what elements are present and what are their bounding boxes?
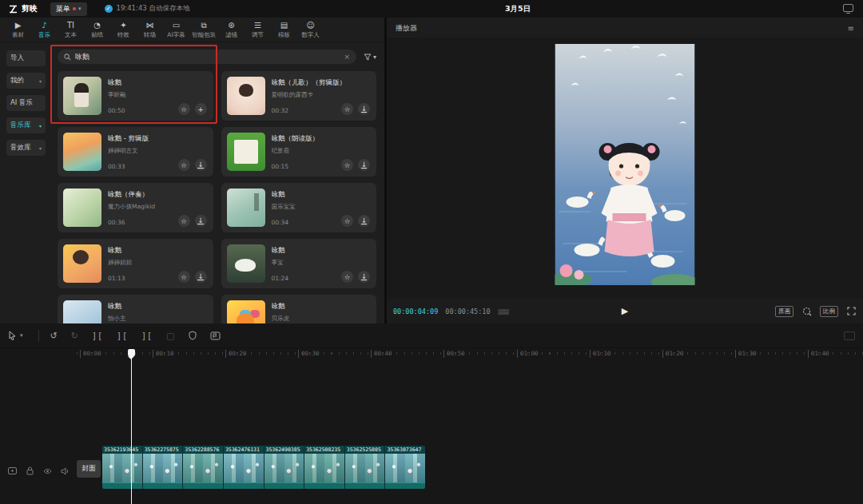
total-timecode: 00:00:45:10 bbox=[445, 308, 490, 315]
playhead[interactable] bbox=[131, 349, 132, 504]
select-cursor-button[interactable]: ▾ bbox=[8, 331, 23, 340]
play-button[interactable]: ▶ bbox=[622, 306, 628, 316]
clip-footer bbox=[183, 482, 223, 489]
music-artist: 婷婷唱古文 bbox=[108, 147, 208, 155]
video-clip[interactable]: 35362490385 bbox=[264, 446, 305, 489]
menu-button[interactable]: 菜单 ▾ bbox=[50, 2, 87, 16]
tab-sticker[interactable]: ◔ 贴纸 bbox=[84, 20, 110, 39]
original-quality-button[interactable]: 原画 bbox=[775, 306, 793, 317]
marker-button[interactable] bbox=[210, 331, 221, 340]
sidebar-item-import[interactable]: 导入 bbox=[6, 50, 46, 66]
video-frame bbox=[555, 44, 695, 285]
music-artist: 纪曼霞 bbox=[272, 147, 372, 155]
download-icon[interactable]: ↓ bbox=[358, 159, 370, 171]
playhead-handle[interactable] bbox=[128, 349, 135, 356]
eye-icon[interactable] bbox=[43, 466, 52, 475]
main-track-toggle-icon[interactable] bbox=[8, 466, 17, 475]
ruler-label: 00:30 bbox=[298, 350, 320, 358]
music-card[interactable]: 咏鹅 李宝 01:24 ☆ ↓ bbox=[221, 239, 377, 288]
timeline-settings-icon[interactable] bbox=[844, 331, 855, 340]
sidebar-item-music-library[interactable]: 音乐库 ▾ bbox=[6, 117, 46, 133]
sidebar-item-ai-music[interactable]: AI 音乐 bbox=[6, 95, 46, 111]
preview-zoom-icon[interactable] bbox=[801, 306, 812, 316]
music-card[interactable]: 咏鹅 婷婷姐姐 01:13 ☆ ↓ bbox=[58, 239, 213, 288]
video-clip[interactable]: 35363073647 bbox=[385, 446, 425, 489]
video-clip[interactable]: 35362193645 bbox=[102, 446, 143, 489]
app-logo-text: 剪映 bbox=[22, 3, 38, 14]
project-date: 3月5日 bbox=[505, 4, 531, 14]
favorite-star-icon[interactable]: ☆ bbox=[178, 271, 190, 283]
undo-button[interactable]: ↺ bbox=[50, 331, 58, 341]
download-icon[interactable]: ↓ bbox=[195, 159, 207, 171]
favorite-star-icon[interactable]: ☆ bbox=[178, 103, 190, 115]
trim-right-icon[interactable]: ][ bbox=[141, 331, 153, 340]
chevron-down-icon: ▾ bbox=[39, 78, 42, 84]
tab-effects[interactable]: ✦ 特效 bbox=[110, 20, 137, 39]
tab-smart-packaging[interactable]: ⧉ 智能包装 bbox=[189, 20, 218, 39]
tab-digital-human[interactable]: ☺ 数字人 bbox=[297, 20, 324, 39]
video-preview[interactable] bbox=[555, 44, 695, 285]
tab-transition[interactable]: ⋈ 转场 bbox=[137, 20, 163, 39]
cover-button[interactable]: 封面 bbox=[77, 460, 101, 478]
tab-ai-subtitle[interactable]: ▭ AI字幕 bbox=[163, 20, 189, 39]
lock-icon[interactable] bbox=[26, 466, 34, 475]
fullscreen-icon[interactable] bbox=[846, 306, 857, 316]
music-card[interactable]: 咏鹅（儿歌）（剪辑版） 爱唱歌的露西卡 00:32 ☆ ↓ bbox=[221, 71, 377, 121]
video-clip[interactable]: 35362476131 bbox=[224, 446, 264, 489]
video-clip[interactable]: 35362275875 bbox=[143, 446, 184, 489]
music-card[interactable]: 咏鹅 国乐宝宝 00:34 ☆ ↓ bbox=[221, 183, 377, 232]
download-icon[interactable]: ↓ bbox=[195, 215, 207, 227]
favorite-star-icon[interactable]: ☆ bbox=[341, 271, 353, 283]
download-icon[interactable]: ↓ bbox=[358, 215, 370, 227]
trim-left-icon[interactable]: ][ bbox=[117, 331, 128, 340]
clip-thumbnails bbox=[385, 454, 425, 482]
display-icon[interactable] bbox=[843, 4, 853, 12]
music-card[interactable]: 咏鹅（伴奏） 魔力小孩Magikid 00:36 ☆ ↓ bbox=[58, 183, 213, 232]
favorite-star-icon[interactable]: ☆ bbox=[341, 103, 353, 115]
video-clip[interactable]: 35362288576 bbox=[183, 446, 224, 489]
music-duration: 00:36 bbox=[108, 219, 125, 226]
aspect-ratio-button[interactable]: 比例 bbox=[820, 306, 838, 317]
library-body: 导入 我的 ▾ AI 音乐 音乐库 ▾ 音效库 ▾ bbox=[0, 43, 384, 323]
ruler-label: 00:10 bbox=[153, 350, 174, 358]
player-menu-icon[interactable]: ≡ bbox=[848, 24, 854, 33]
clip-footer bbox=[143, 482, 183, 489]
delete-button[interactable]: ▢ bbox=[166, 331, 174, 341]
favorite-star-icon[interactable]: ☆ bbox=[341, 215, 353, 227]
split-icon[interactable]: ][ bbox=[92, 331, 103, 340]
download-icon[interactable]: ↓ bbox=[358, 271, 370, 283]
add-to-track-icon[interactable]: + bbox=[195, 103, 207, 115]
tab-music[interactable]: ♪ 音乐 bbox=[31, 20, 58, 39]
tab-media[interactable]: ▶ 素材 bbox=[5, 20, 31, 39]
redo-button[interactable]: ↻ bbox=[71, 331, 78, 341]
mask-shield-button[interactable] bbox=[189, 331, 197, 340]
mute-speaker-icon[interactable] bbox=[61, 466, 70, 475]
favorite-star-icon[interactable]: ☆ bbox=[178, 215, 190, 227]
frame-grid-icon[interactable]: ▦▦ bbox=[498, 308, 508, 315]
music-title: 咏鹅 bbox=[272, 302, 372, 312]
music-card[interactable]: 咏鹅（朗读版） 纪曼霞 00:15 ☆ ↓ bbox=[221, 127, 377, 177]
tab-filter[interactable]: ⊛ 滤镜 bbox=[218, 20, 245, 39]
video-clip[interactable]: 35362525805 bbox=[345, 446, 386, 489]
sidebar-item-mine[interactable]: 我的 ▾ bbox=[6, 73, 46, 89]
timeline-panel: ▾ ↺ ↻ ][ ][ ][ ▢ 00:00 bbox=[0, 323, 863, 504]
music-card[interactable]: 咏鹅 - 剪辑版 婷婷唱古文 00:33 ☆ ↓ bbox=[58, 127, 213, 177]
video-clip[interactable]: 35362508235 bbox=[304, 446, 345, 489]
clip-thumbnails bbox=[143, 454, 183, 482]
favorite-star-icon[interactable]: ☆ bbox=[178, 159, 190, 171]
clear-search-icon[interactable]: × bbox=[344, 53, 350, 61]
tab-text[interactable]: TI 文本 bbox=[58, 20, 84, 39]
tab-adjust[interactable]: ☰ 调节 bbox=[245, 20, 271, 39]
download-icon[interactable]: ↓ bbox=[195, 271, 207, 283]
search-input[interactable]: 咏鹅 × bbox=[58, 50, 356, 64]
music-card[interactable]: 咏鹅 怡小主 bbox=[58, 295, 213, 323]
music-card[interactable]: 咏鹅 李昕融 00:50 ☆ + bbox=[58, 71, 213, 121]
music-card[interactable]: 咏鹅 贝乐虎 bbox=[221, 295, 377, 323]
sidebar-item-sound-effects[interactable]: 音效库 ▾ bbox=[6, 140, 46, 156]
clip-name: 35362508235 bbox=[304, 446, 344, 454]
filter-button[interactable]: ▾ bbox=[364, 54, 376, 61]
tab-template[interactable]: ▤ 模板 bbox=[271, 20, 297, 39]
ruler-label: 01:10 bbox=[590, 350, 611, 358]
download-icon[interactable]: ↓ bbox=[358, 103, 370, 115]
favorite-star-icon[interactable]: ☆ bbox=[341, 159, 353, 171]
